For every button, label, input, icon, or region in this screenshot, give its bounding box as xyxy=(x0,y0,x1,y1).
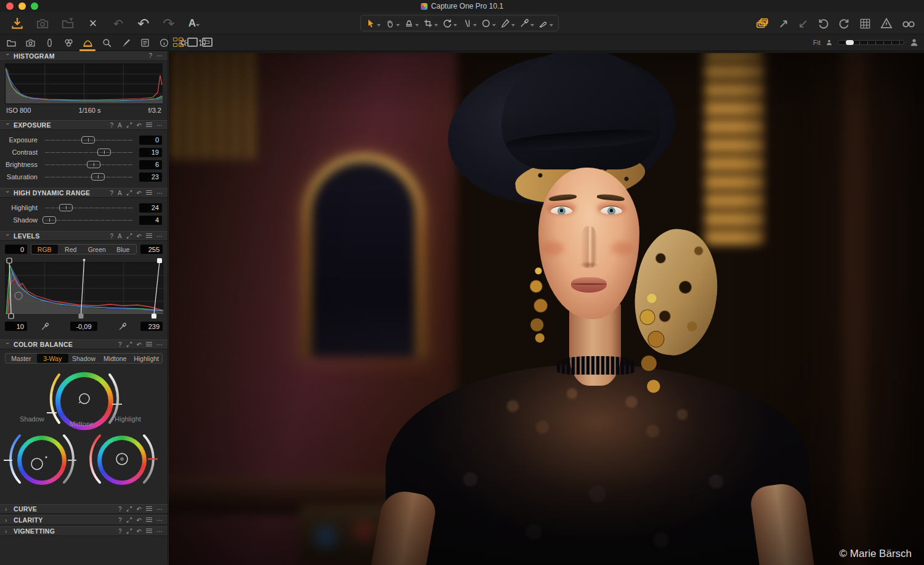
highlight-slider[interactable] xyxy=(45,203,133,212)
rotate-ccw-button[interactable] xyxy=(817,18,829,30)
histogram-panel-header[interactable]: › HISTOGRAM ? ⋯ xyxy=(0,51,168,61)
copy-apply-icon[interactable] xyxy=(126,506,132,512)
levels-shadow-input[interactable]: 0 xyxy=(5,245,27,254)
expand-chevron-icon[interactable]: › xyxy=(5,506,10,513)
channel-blue[interactable]: Blue xyxy=(110,245,137,254)
close-window-button[interactable] xyxy=(6,2,14,10)
reset-icon[interactable]: ↶ xyxy=(137,506,142,513)
help-icon[interactable]: ? xyxy=(118,517,122,524)
levels-gamma-value[interactable]: -0,09 xyxy=(70,322,97,331)
spot-removal-tool[interactable] xyxy=(481,18,496,28)
more-icon[interactable]: ⋯ xyxy=(156,52,163,59)
saturation-slider[interactable] xyxy=(45,173,133,181)
auto-icon[interactable]: A xyxy=(118,233,122,240)
help-icon[interactable]: ? xyxy=(148,52,152,59)
cb-tab-shadow[interactable]: Shadow xyxy=(68,354,100,363)
levels-highlight-input[interactable]: 255 xyxy=(140,245,163,254)
more-icon[interactable]: ⋯ xyxy=(156,233,163,240)
copy-apply-icon[interactable] xyxy=(126,528,132,534)
reset-icon[interactable]: ↶ xyxy=(137,528,142,535)
copy-apply-icon[interactable] xyxy=(125,121,134,129)
shadow-slider[interactable] xyxy=(45,216,133,224)
tab-color[interactable] xyxy=(61,36,76,49)
cb-tab-midtone[interactable]: Midtone xyxy=(99,354,131,363)
slider-handle[interactable] xyxy=(59,204,73,211)
zoom-slider-handle[interactable] xyxy=(846,40,854,45)
collapse-chevron-icon[interactable]: › xyxy=(4,234,11,238)
tab-capture[interactable] xyxy=(23,36,38,49)
photo-canvas[interactable]: © Marie Bärsch xyxy=(169,53,924,565)
capture-button[interactable] xyxy=(34,15,51,32)
shadow-color-wheel[interactable] xyxy=(17,436,67,485)
tab-info[interactable] xyxy=(156,36,171,49)
copy-apply-icon[interactable] xyxy=(126,190,132,196)
reset-icon[interactable]: ↶ xyxy=(137,341,142,348)
tab-adjustments[interactable] xyxy=(118,36,133,49)
tab-details[interactable] xyxy=(99,36,114,49)
undo-button[interactable]: ↶ xyxy=(135,15,152,32)
curve-panel-header[interactable]: › CURVE ? ↶ ⋯ xyxy=(0,504,168,514)
loupe-tool[interactable] xyxy=(404,18,419,28)
cb-tab-highlight[interactable]: Highlight xyxy=(131,354,162,363)
brightness-value[interactable]: 6 xyxy=(139,160,162,169)
tab-exposure[interactable] xyxy=(80,36,95,49)
help-icon[interactable]: ? xyxy=(110,122,113,129)
presets-menu-icon[interactable] xyxy=(146,234,152,238)
straighten-tool[interactable] xyxy=(462,18,477,28)
slider-handle[interactable] xyxy=(43,216,56,224)
overlay-grid-button[interactable] xyxy=(859,18,871,30)
reset-icon[interactable]: ↶ xyxy=(137,517,142,524)
auto-icon[interactable]: A xyxy=(118,190,122,197)
color-picker-tool[interactable] xyxy=(519,18,534,28)
zoom-in-person-icon[interactable] xyxy=(909,38,919,47)
auto-icon[interactable]: A xyxy=(118,122,122,129)
white-balance-tool[interactable] xyxy=(538,18,553,28)
select-tool[interactable] xyxy=(366,18,381,28)
more-icon[interactable]: ⋯ xyxy=(156,517,163,524)
undo-small-button[interactable]: ↶ xyxy=(110,15,127,32)
delete-button[interactable]: × xyxy=(84,15,102,32)
black-point-picker-icon[interactable] xyxy=(41,322,49,331)
rotate-cw-button[interactable] xyxy=(838,18,850,30)
help-icon[interactable]: ? xyxy=(110,233,113,240)
slider-handle[interactable] xyxy=(81,136,95,144)
expand-chevron-icon[interactable]: › xyxy=(5,528,10,535)
color-balance-panel-header[interactable]: › COLOR BALANCE ? ↶ ⋯ xyxy=(0,339,168,349)
copy-apply-icon[interactable] xyxy=(126,517,132,523)
levels-histogram[interactable] xyxy=(5,258,163,319)
apply-forward-icon[interactable]: ↗ xyxy=(778,17,788,30)
more-icon[interactable]: ⋯ xyxy=(156,190,163,197)
slider-handle[interactable] xyxy=(87,161,100,168)
exposure-warning-button[interactable] xyxy=(880,17,893,30)
hdr-panel-header[interactable]: › HIGH DYNAMIC RANGE ? A ↶ ⋯ xyxy=(0,188,168,198)
contrast-slider[interactable] xyxy=(45,148,133,156)
tab-lens[interactable] xyxy=(42,36,57,49)
slider-handle[interactable] xyxy=(97,148,111,156)
cb-tab-master[interactable]: Master xyxy=(6,354,37,363)
import-button[interactable] xyxy=(9,15,26,32)
white-point-picker-icon[interactable] xyxy=(118,322,127,331)
reset-icon[interactable]: ↶ xyxy=(137,190,142,197)
export-button[interactable] xyxy=(59,15,76,32)
crop-tool[interactable] xyxy=(423,18,438,28)
collapse-chevron-icon[interactable]: › xyxy=(4,123,11,128)
presets-menu-icon[interactable] xyxy=(146,518,152,522)
rotate-tool[interactable] xyxy=(442,18,457,28)
presets-menu-icon[interactable] xyxy=(146,123,152,128)
copy-apply-icon[interactable] xyxy=(126,341,132,348)
pan-tool[interactable] xyxy=(385,18,400,28)
more-icon[interactable]: ⋯ xyxy=(156,122,163,129)
contrast-value[interactable]: 19 xyxy=(139,148,162,157)
help-icon[interactable]: ? xyxy=(118,528,122,535)
single-view-button[interactable] xyxy=(187,38,198,47)
help-icon[interactable]: ? xyxy=(110,190,113,197)
collapse-chevron-icon[interactable]: › xyxy=(4,342,11,347)
saturation-value[interactable]: 23 xyxy=(139,173,162,182)
tab-library[interactable] xyxy=(4,36,18,49)
redo-button[interactable]: ↷ xyxy=(160,15,177,32)
zoom-slider[interactable] xyxy=(838,40,904,45)
minimize-window-button[interactable] xyxy=(18,2,26,10)
presets-menu-icon[interactable] xyxy=(146,529,152,534)
reset-icon[interactable]: ↶ xyxy=(137,122,142,129)
expand-chevron-icon[interactable]: › xyxy=(5,517,10,524)
